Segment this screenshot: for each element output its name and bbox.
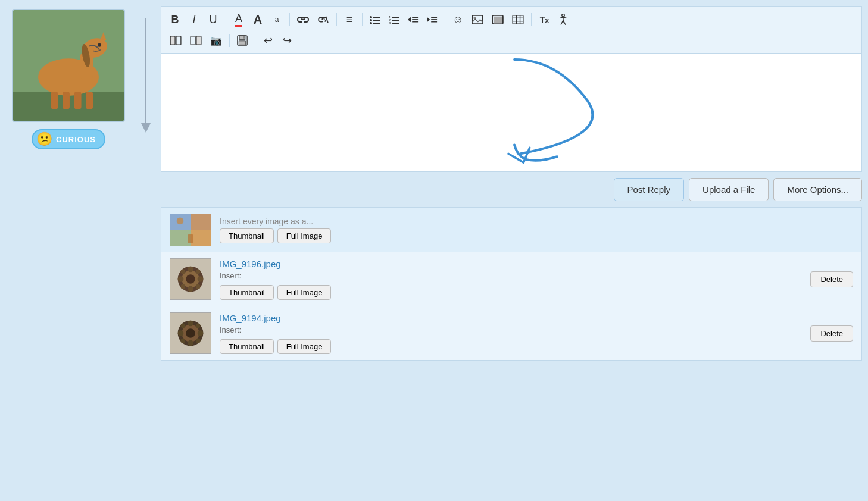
font-size-small-button[interactable]: a bbox=[268, 13, 286, 26]
table-button[interactable] bbox=[508, 12, 527, 27]
align-button[interactable]: ≡ bbox=[341, 11, 358, 29]
image-icon bbox=[472, 15, 483, 24]
collage-icon bbox=[170, 214, 211, 246]
post-reply-button[interactable]: Post Reply bbox=[614, 178, 685, 201]
svg-point-6 bbox=[98, 43, 101, 47]
img9196-filename: IMG_9196.jpeg bbox=[220, 259, 802, 269]
svg-text:3.: 3. bbox=[389, 21, 392, 24]
emoji-button[interactable]: ☺ bbox=[449, 11, 467, 29]
img9196-full-image-button[interactable]: Full Image bbox=[277, 285, 332, 300]
list-ul-button[interactable] bbox=[366, 12, 384, 27]
svg-rect-39 bbox=[494, 17, 498, 20]
img9196-info: IMG_9196.jpeg Insert: Thumbnail Full Ima… bbox=[220, 259, 802, 300]
insert-all-container: Insert every image as a... Thumbnail Ful… bbox=[220, 217, 853, 243]
insert-all-full-image-button[interactable]: Full Image bbox=[277, 228, 332, 243]
accessibility-button[interactable] bbox=[554, 11, 572, 28]
svg-point-71 bbox=[180, 269, 185, 274]
insert-box-left-button[interactable] bbox=[166, 33, 185, 48]
svg-point-81 bbox=[178, 330, 184, 336]
img9196-thumbnail-button[interactable]: Thumbnail bbox=[220, 285, 274, 300]
indent-decrease-button[interactable] bbox=[404, 12, 422, 27]
badge-label: CURIOUS bbox=[56, 135, 96, 144]
svg-point-74 bbox=[196, 284, 201, 289]
img9194-full-image-button[interactable]: Full Image bbox=[277, 339, 332, 354]
img9194-thumbnail-button[interactable]: Thumbnail bbox=[220, 339, 274, 354]
toolbar-sep-7 bbox=[229, 34, 230, 47]
upload-file-button[interactable]: Upload a File bbox=[689, 178, 769, 201]
user-badge: 😕 CURIOUS bbox=[32, 129, 105, 149]
indent-increase-button[interactable] bbox=[423, 12, 441, 27]
undo-button[interactable]: ↩ bbox=[259, 32, 277, 49]
bold-button[interactable]: B bbox=[166, 11, 184, 29]
list-ul-icon bbox=[370, 15, 380, 24]
svg-rect-52 bbox=[196, 36, 201, 45]
italic-button[interactable]: I bbox=[185, 11, 203, 29]
attachment-item-img9194: IMG_9194.jpeg Insert: Thumbnail Full Ima… bbox=[161, 306, 862, 361]
main-area: B I U A A a bbox=[161, 6, 862, 361]
toolbar-sep-8 bbox=[255, 34, 255, 47]
user-avatar bbox=[12, 9, 125, 122]
svg-point-79 bbox=[188, 321, 193, 327]
editor-content[interactable] bbox=[161, 53, 862, 172]
svg-rect-41 bbox=[494, 20, 498, 23]
media-button[interactable] bbox=[488, 12, 507, 27]
insert-link-button[interactable] bbox=[294, 13, 313, 26]
svg-rect-60 bbox=[191, 230, 211, 246]
svg-marker-32 bbox=[427, 17, 430, 23]
img9196-delete-button[interactable]: Delete bbox=[810, 271, 853, 287]
underline-button[interactable]: U bbox=[204, 11, 222, 29]
link-icon bbox=[297, 15, 309, 24]
save-draft-button[interactable] bbox=[233, 33, 251, 48]
drawn-arrow-overlay bbox=[161, 54, 861, 171]
img9196-thumbnail bbox=[170, 258, 211, 300]
svg-point-72 bbox=[196, 269, 201, 274]
img9194-preview bbox=[170, 312, 211, 354]
more-options-button[interactable]: More Options... bbox=[773, 178, 862, 201]
sidebar: 😕 CURIOUS bbox=[6, 6, 131, 149]
svg-rect-11 bbox=[86, 92, 93, 109]
insert-all-text: Insert every image as a... bbox=[220, 217, 853, 226]
remove-link-button[interactable] bbox=[314, 13, 333, 26]
svg-rect-55 bbox=[239, 41, 245, 45]
svg-rect-50 bbox=[176, 36, 181, 45]
table-icon bbox=[512, 15, 524, 24]
insert-all-thumbnail-button[interactable]: Thumbnail bbox=[220, 228, 274, 243]
font-color-button[interactable]: A bbox=[230, 10, 248, 29]
img9196-insert-label: Insert: bbox=[220, 271, 802, 280]
attachment-item-img9196: IMG_9196.jpeg Insert: Thumbnail Full Ima… bbox=[161, 252, 862, 306]
redo-button[interactable]: ↪ bbox=[278, 32, 296, 49]
insert-all-buttons: Thumbnail Full Image bbox=[220, 228, 853, 243]
clear-format-button[interactable]: Tx bbox=[535, 12, 553, 27]
svg-point-70 bbox=[198, 276, 204, 282]
list-ol-icon: 1. 2. 3. bbox=[389, 15, 399, 24]
svg-point-48 bbox=[562, 14, 565, 17]
img9194-info: IMG_9194.jpeg Insert: Thumbnail Full Ima… bbox=[220, 313, 802, 354]
svg-rect-58 bbox=[191, 214, 211, 230]
svg-point-61 bbox=[177, 218, 184, 225]
svg-point-16 bbox=[370, 16, 372, 18]
svg-point-20 bbox=[370, 22, 372, 24]
action-row: Post Reply Upload a File More Options... bbox=[161, 172, 862, 207]
svg-rect-36 bbox=[473, 15, 483, 24]
all-images-thumbnail bbox=[170, 214, 211, 246]
svg-point-18 bbox=[370, 19, 372, 21]
insert-image-button[interactable] bbox=[468, 12, 487, 27]
svg-rect-49 bbox=[170, 36, 175, 45]
svg-point-85 bbox=[180, 339, 185, 343]
svg-point-73 bbox=[180, 284, 185, 289]
svg-rect-59 bbox=[170, 230, 191, 246]
img9194-delete-button[interactable]: Delete bbox=[810, 325, 853, 342]
toolbar-sep-4 bbox=[362, 13, 363, 26]
img9194-thumbnail bbox=[170, 312, 211, 354]
img9194-insert-label: Insert: bbox=[220, 325, 802, 334]
list-ol-button[interactable]: 1. 2. 3. bbox=[385, 12, 403, 27]
svg-rect-10 bbox=[74, 92, 82, 109]
insert-box-left-icon bbox=[170, 36, 182, 45]
svg-point-86 bbox=[196, 339, 201, 343]
font-size-large-button[interactable]: A bbox=[249, 11, 267, 29]
svg-rect-56 bbox=[243, 36, 245, 39]
svg-marker-28 bbox=[408, 17, 411, 23]
insert-box-right-button[interactable] bbox=[186, 33, 205, 48]
camera-button[interactable]: 📷 bbox=[207, 33, 226, 49]
svg-point-78 bbox=[186, 328, 195, 338]
